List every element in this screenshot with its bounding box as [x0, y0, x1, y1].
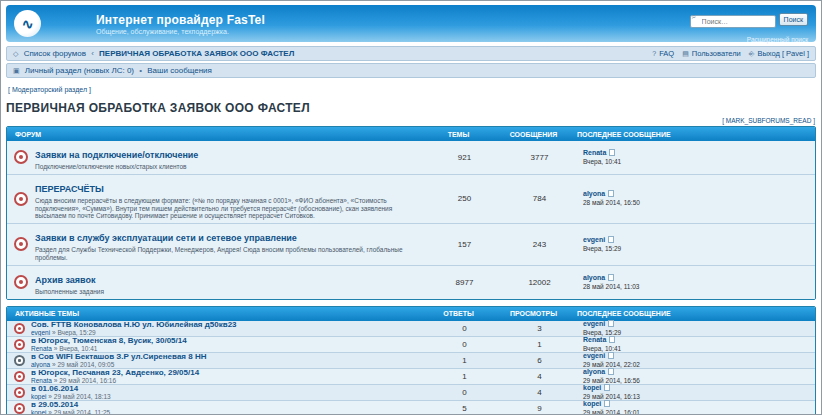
lastpost-user-link[interactable]: alyona [583, 274, 605, 281]
goto-last-post-icon[interactable] [608, 274, 614, 281]
lastpost-user-link[interactable]: alyona [583, 190, 605, 197]
forums-table-header: ФОРУМ ТЕМЫ СООБЩЕНИЯ ПОСЛЕДНЕЕ СООБЩЕНИЕ [7, 127, 815, 141]
forums-table: ФОРУМ ТЕМЫ СООБЩЕНИЯ ПОСЛЕДНЕЕ СООБЩЕНИЕ… [6, 126, 816, 300]
members-icon: ▤ [682, 50, 689, 57]
bullet-separator: • [139, 66, 142, 75]
goto-last-post-icon[interactable] [608, 236, 614, 243]
forum-post-count: 784 [502, 194, 577, 203]
search-area: ⌕ Поиск Расширенный поиск [690, 10, 808, 46]
topic-created-time: Вчера, 15:29 [57, 329, 95, 336]
site-slogan: Общение, обслуживание, техподдержка. [96, 28, 265, 35]
forum-row: Заявки на подключение/отключение Подключ… [7, 141, 815, 175]
col-replies-header: ОТВЕТЫ [421, 310, 496, 317]
col-views-header: ПРОСМОТРЫ [496, 310, 571, 317]
topic-link[interactable]: в 29.05.2014 [31, 401, 427, 409]
topic-link[interactable]: Сов. FTTB Коновалова Н.Ю ул. Юбилейная д… [31, 321, 427, 329]
topic-views: 4 [502, 372, 577, 381]
breadcrumb-bar: ◇ Список форумов ‹ ПЕРВИЧНАЯ ОБРАБОТКА З… [6, 46, 816, 61]
goto-last-post-icon[interactable] [604, 400, 610, 407]
topic-status-icon [14, 371, 25, 382]
lastpost-time: Вчера, 10:41 [583, 158, 815, 166]
forum-description: Сюда вносим перерасчёты в следующем форм… [35, 197, 423, 220]
topic-byline: kopei » 29 май 2014, 18:13 [31, 393, 427, 400]
site-titles: Интернет провайдер FasTel Общение, обслу… [96, 13, 265, 35]
lastpost-user-link[interactable]: Renata [583, 149, 606, 156]
col-lastpost-header: ПОСЛЕДНЕЕ СООБЩЕНИЕ [571, 131, 809, 138]
topic-row: в Югорск, Песчаная 23, Авдеенко, 29/05/1… [7, 369, 815, 385]
profile-icon: ▣ [13, 67, 20, 74]
forum-description: Выполненные задания [35, 288, 423, 296]
members-link[interactable]: ▤Пользователи [682, 49, 741, 58]
lastpost-user-link[interactable]: kopei [583, 384, 601, 391]
forum-description: Раздел для Службы Технической Поддержки,… [35, 246, 423, 262]
forum-topic-count: 921 [427, 153, 502, 162]
advanced-search-link[interactable]: Расширенный поиск [747, 36, 808, 43]
topic-replies: 1 [427, 356, 502, 365]
search-icon: ⌕ [692, 12, 696, 21]
site-logo[interactable]: ∿ [14, 10, 41, 37]
mark-subforums-read-link[interactable]: [ MARK_SUBFORUMS_READ ] [722, 117, 815, 124]
goto-last-post-icon[interactable] [608, 352, 614, 359]
logout-link[interactable]: ⎆Выход [ Pavel ] [749, 49, 809, 58]
search-input[interactable] [690, 15, 776, 28]
goto-last-post-icon[interactable] [604, 384, 610, 391]
lastpost-user-link[interactable]: kopei [583, 400, 601, 407]
site-title: Интернет провайдер FasTel [96, 13, 265, 27]
forum-link[interactable]: Архив заявок [35, 275, 95, 285]
goto-last-post-icon[interactable] [609, 336, 615, 343]
topic-views: 9 [502, 404, 577, 413]
goto-last-post-icon[interactable] [608, 320, 614, 327]
topic-link[interactable]: в Югорск, Тюменская 8, Вусик, 30/05/14 [31, 337, 427, 345]
topic-created-time: 29 май 2014, 09:05 [57, 361, 114, 368]
your-posts-link[interactable]: Ваши сообщения [147, 66, 212, 75]
forum-row: Архив заявок Выполненные задания 8977 12… [7, 266, 815, 299]
topic-link[interactable]: в Югорск, Песчаная 23, Авдеенко, 29/05/1… [31, 369, 427, 377]
forum-topic-count: 250 [427, 194, 502, 203]
private-messages-link[interactable]: Личный раздел (новых ЛС: 0) [25, 66, 134, 75]
moderator-section-link[interactable]: [ Модераторский раздел ] [8, 86, 91, 93]
breadcrumb-home-link[interactable]: Список форумов [24, 49, 86, 58]
board-index-icon: ◇ [13, 50, 18, 57]
forum-row: Заявки в службу эксплуатации сети и сете… [7, 224, 815, 266]
goto-last-post-icon[interactable] [609, 149, 615, 156]
topic-row: в 29.05.2014 kopei » 29 май 2014, 11:25 … [7, 401, 815, 415]
active-topics-table: АКТИВНЫЕ ТЕМЫ ОТВЕТЫ ПРОСМОТРЫ ПОСЛЕДНЕЕ… [6, 306, 816, 415]
topic-replies: 1 [427, 372, 502, 381]
topic-replies: 0 [427, 388, 502, 397]
topic-link[interactable]: в Сов WIFI Бекташов З.Р ул.Сиреневая 8 Н… [31, 353, 427, 361]
lastpost-time: 28 май 2014, 16:50 [583, 199, 815, 207]
topic-created-time: 29 май 2014, 18:13 [54, 393, 111, 400]
forum-link[interactable]: Заявки в службу эксплуатации сети и сете… [35, 233, 297, 243]
goto-last-post-icon[interactable] [608, 190, 614, 197]
lastpost-user-link[interactable]: Renata [583, 336, 606, 343]
topic-author-link[interactable]: Renata [31, 345, 52, 352]
forum-unread-icon [14, 237, 28, 251]
topic-byline: alyona » 29 май 2014, 09:05 [31, 361, 427, 368]
page-title: ПЕРВИЧНАЯ ОБРАБОТКА ЗАЯВОК ООО ФАСТЕЛ [6, 101, 816, 115]
search-button[interactable]: Поиск [779, 13, 808, 26]
lastpost-user-link[interactable]: evgeni [583, 320, 605, 327]
lastpost-user-link[interactable]: alyona [583, 368, 605, 375]
topic-row: в 01.06.2014 kopei » 29 май 2014, 18:13 … [7, 385, 815, 401]
forum-topic-count: 157 [427, 240, 502, 249]
lastpost-time: 28 май 2014, 11:03 [583, 283, 815, 291]
forum-post-count: 243 [502, 240, 577, 249]
forum-topic-count: 8977 [427, 278, 502, 287]
topic-author-link[interactable]: kopei [31, 393, 47, 400]
forum-unread-icon [14, 275, 28, 289]
topic-author-link[interactable]: kopei [31, 409, 47, 415]
breadcrumb-current-link[interactable]: ПЕРВИЧНАЯ ОБРАБОТКА ЗАЯВОК ООО ФАСТЕЛ [99, 49, 294, 58]
topic-author-link[interactable]: alyona [31, 361, 50, 368]
topic-author-link[interactable]: evgeni [31, 329, 50, 336]
lastpost-user-link[interactable]: evgeni [583, 236, 605, 243]
lastpost-user-link[interactable]: evgeni [583, 352, 605, 359]
faq-link[interactable]: ?FAQ [652, 49, 674, 58]
topic-link[interactable]: в 01.06.2014 [31, 385, 427, 393]
forum-link[interactable]: ПЕРЕРАСЧЁТЫ [35, 184, 104, 194]
col-activetopics-header: АКТИВНЫЕ ТЕМЫ [15, 310, 421, 317]
forum-unread-icon [14, 192, 28, 206]
topic-replies: 0 [427, 324, 502, 333]
topic-author-link[interactable]: Renata [31, 377, 52, 384]
goto-last-post-icon[interactable] [608, 368, 614, 375]
forum-link[interactable]: Заявки на подключение/отключение [35, 150, 198, 160]
